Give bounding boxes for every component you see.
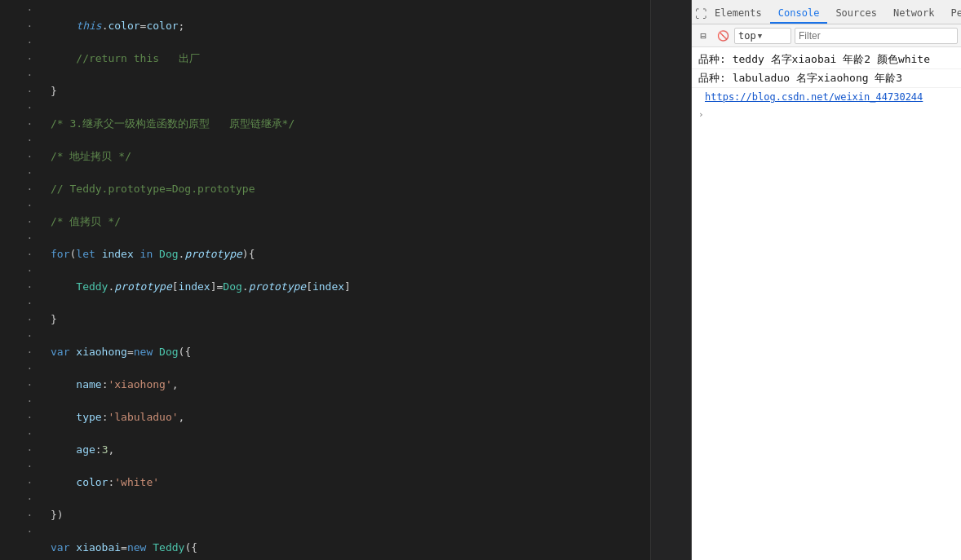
filter-input[interactable] (795, 28, 958, 44)
minimap (650, 0, 691, 560)
devtools-tabs: ⛶ Elements Console Sources Network Perf (692, 0, 961, 24)
line-gutter-area: ····· ····· ····· ····· ····· ····· ··· (0, 0, 42, 560)
gutter-col (0, 0, 7, 540)
console-text-2: 品种: labuladuo 名字xiaohong 年龄3 (698, 71, 954, 86)
expand-arrow[interactable]: › (692, 106, 961, 123)
context-value: top (738, 30, 756, 42)
inspect-icon[interactable]: ⛶ (695, 4, 706, 24)
context-selector[interactable]: top ▼ (734, 28, 791, 44)
tab-network[interactable]: Network (885, 4, 943, 24)
code-content: this.color=color; //return this 出厂 } /* … (42, 0, 650, 560)
tab-perf[interactable]: Perf (943, 4, 961, 24)
devtools-toolbar: ⊟ 🚫 top ▼ (692, 24, 961, 47)
clear-console-icon[interactable]: 🚫 (715, 28, 731, 44)
tab-elements[interactable]: Elements (706, 4, 770, 24)
console-link-line: https://blog.csdn.net/weixin_44730244 (692, 88, 961, 106)
line-numbers: ····· ····· ····· ····· ····· ····· ··· (7, 0, 39, 540)
console-output: 品种: teddy 名字xiaobai 年龄2 颜色white 品种: labu… (692, 47, 961, 560)
console-text-1: 品种: teddy 名字xiaobai 年龄2 颜色white (698, 52, 954, 67)
console-line-1: 品种: teddy 名字xiaobai 年龄2 颜色white (692, 51, 961, 69)
chevron-down-icon: ▼ (758, 32, 762, 40)
tab-console[interactable]: Console (770, 4, 828, 24)
console-line-2: 品种: labuladuo 名字xiaohong 年龄3 (692, 69, 961, 88)
sidebar-toggle-icon[interactable]: ⊟ (695, 28, 711, 44)
code-area: ····· ····· ····· ····· ····· ····· ··· … (0, 0, 691, 560)
source-link[interactable]: https://blog.csdn.net/weixin_44730244 (698, 90, 954, 104)
tab-sources[interactable]: Sources (827, 4, 885, 24)
devtools-panel: ⛶ Elements Console Sources Network Perf … (692, 0, 961, 560)
editor-panel: ····· ····· ····· ····· ····· ····· ··· … (0, 0, 692, 560)
